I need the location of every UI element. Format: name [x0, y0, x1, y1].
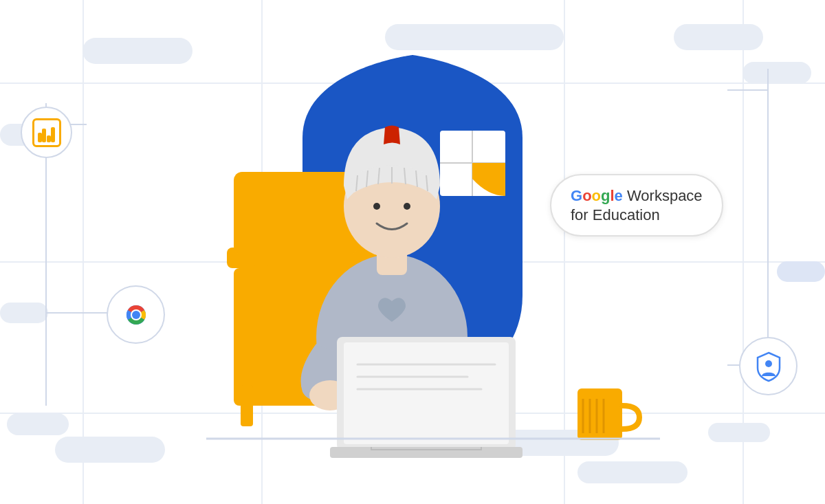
label-line2: for Education — [571, 206, 660, 224]
svg-rect-14 — [234, 172, 358, 254]
google-letter-e: e — [615, 187, 623, 204]
svg-rect-34 — [578, 388, 622, 440]
main-illustration — [0, 0, 825, 504]
google-workspace-label: Google Workspace for Education — [550, 174, 723, 237]
google-letter-g: G — [571, 187, 582, 204]
label-line1: Google Workspace — [571, 186, 703, 206]
google-letter-o2: o — [592, 187, 601, 204]
google-letter-o1: o — [582, 187, 591, 204]
google-letter-g2: g — [601, 187, 610, 204]
svg-rect-29 — [344, 342, 509, 444]
svg-rect-30 — [330, 447, 522, 458]
workspace-text: Workspace — [623, 187, 703, 204]
main-scene: Google Workspace for Education — [0, 0, 825, 504]
svg-point-19 — [404, 203, 410, 210]
svg-rect-12 — [241, 385, 253, 426]
svg-point-18 — [373, 203, 380, 210]
